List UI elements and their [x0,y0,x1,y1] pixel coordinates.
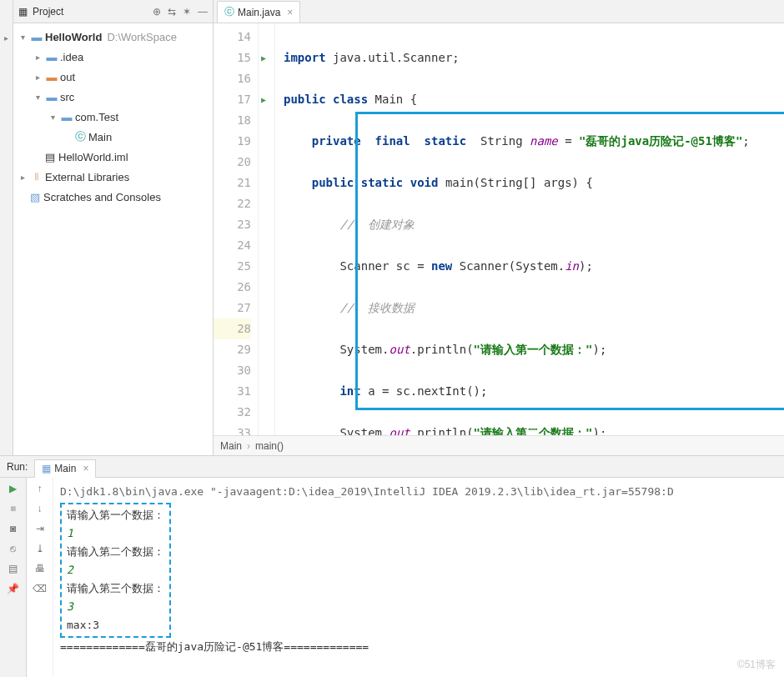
pin-icon[interactable]: 📌 [7,583,19,594]
editor-tab-bar: ⓒ Main.java × [214,0,784,23]
tree-root[interactable]: ▾▬ HelloWorld D:\WorkSpace [13,27,213,47]
stop-icon[interactable]: ■ [10,503,16,514]
class-icon: ⓒ [224,5,234,19]
editor-body[interactable]: 14 15▶ 16 17▶ 18 19 20 21 22 23 24 25 26… [214,23,784,435]
run-panel: Run: ▦ Main × ▶ ■ ◙ ⎋ ▤ 📌 ↑ ↓ ⇥ ⤓ 🖶 ⌫ D:… [0,455,784,677]
left-gutter-bar: ▸ [0,0,13,455]
project-icon: ▦ [18,6,28,18]
settings-icon[interactable]: ✶ [183,6,191,18]
up-icon[interactable]: ↑ [38,483,43,494]
project-tree: ▾▬ HelloWorld D:\WorkSpace ▸▬ .idea ▸▬ o… [13,23,213,210]
scroll-icon[interactable]: ⤓ [36,543,44,554]
project-panel: ▦ Project ⊕ ⇆ ✶ — ▾▬ HelloWorld D:\WorkS… [13,0,214,455]
tree-ext-lib[interactable]: ▸⫴ External Libraries [13,167,213,187]
down-icon[interactable]: ↓ [38,503,43,514]
rerun-icon[interactable]: ▶ [9,483,17,494]
breadcrumb[interactable]: Main › main() [214,435,784,455]
line-gutter: 14 15▶ 16 17▶ 18 19 20 21 22 23 24 25 26… [214,23,259,435]
run-toolbar-left: ▶ ■ ◙ ⎋ ▤ 📌 [0,478,27,677]
camera-icon[interactable]: ◙ [10,523,16,534]
scope-icon[interactable]: ⊕ [153,6,161,18]
hide-icon[interactable]: — [198,6,208,18]
run-tab[interactable]: ▦ Main × [34,459,96,478]
run-gutter-icon[interactable]: ▶ [261,48,266,68]
run-label: Run: [7,461,28,473]
run-toolbar-2: ↑ ↓ ⇥ ⤓ 🖶 ⌫ [27,478,53,677]
close-icon[interactable]: × [83,463,88,474]
file-tab-main[interactable]: ⓒ Main.java × [217,1,300,23]
run-header: Run: ▦ Main × [0,456,784,478]
panel-toggle-icon[interactable]: ▸ [4,33,8,43]
tree-iml[interactable]: ▤ HelloWorld.iml [13,147,213,167]
tree-out[interactable]: ▸▬ out [13,67,213,87]
console-output[interactable]: D:\jdk1.8\bin\java.exe "-javaagent:D:\id… [53,478,784,677]
tree-main-class[interactable]: ⓒ Main [13,127,213,147]
fold-column [259,23,275,435]
clear-icon[interactable]: ⌫ [33,583,47,594]
print-icon[interactable]: 🖶 [35,563,45,574]
app-icon: ▦ [42,463,51,474]
watermark: ©51博客 [737,658,776,672]
editor-area: ⓒ Main.java × 14 15▶ 16 17▶ 18 19 20 21 … [214,0,784,455]
project-header: ▦ Project ⊕ ⇆ ✶ — [13,0,213,23]
close-icon[interactable]: × [287,7,293,18]
tree-src[interactable]: ▾▬ src [13,87,213,107]
tree-idea[interactable]: ▸▬ .idea [13,47,213,67]
wrap-icon[interactable]: ⇥ [36,523,44,534]
output-footer: =============磊哥的java历险记-@51博客===========… [60,638,777,656]
output-box: 请输入第一个数据： 1 请输入第二个数据： 2 请输入第三个数据： 3 max:… [60,503,171,638]
tree-scratches[interactable]: ▧ Scratches and Consoles [13,187,213,207]
tree-package[interactable]: ▾▬ com.Test [13,107,213,127]
layout-icon[interactable]: ▤ [8,563,18,574]
run-gutter-icon[interactable]: ▶ [261,89,266,110]
project-title: Project [33,6,63,18]
exit-icon[interactable]: ⎋ [10,543,16,554]
code-area[interactable]: import java.util.Scanner; public class M… [275,23,784,435]
command-line: D:\jdk1.8\bin\java.exe "-javaagent:D:\id… [60,483,777,501]
expand-icon[interactable]: ⇆ [168,6,176,18]
